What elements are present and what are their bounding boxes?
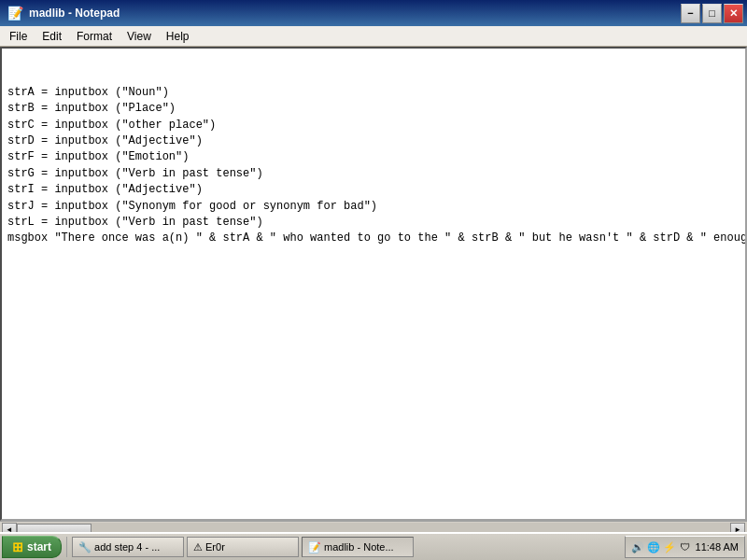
editor-line: strC = inputbox ("other place") [7, 118, 740, 133]
menu-help[interactable]: Help [159, 26, 197, 46]
editor-line: strA = inputbox ("Noun") [7, 85, 740, 101]
taskbar-divider [66, 537, 67, 557]
editor-line: strD = inputbox ("Adjective") [7, 133, 740, 149]
menu-edit[interactable]: Edit [35, 26, 69, 46]
taskbar-madlib-icon: 📝 [308, 541, 321, 553]
tray-icon-4: 🛡 [679, 540, 692, 553]
menu-view[interactable]: View [120, 26, 159, 46]
editor-line: msgbox "There once was a(n) " & strA & "… [7, 231, 740, 246]
tray-icon-2: 🌐 [647, 540, 660, 553]
taskbar-error-label: Er0r [205, 541, 225, 553]
window-title: madlib - Notepad [29, 7, 120, 20]
editor-content: strA = inputbox ("Noun")strB = inputbox … [2, 49, 745, 251]
editor-line: strJ = inputbox ("Synonym for good or sy… [7, 199, 740, 215]
tray-icon-1: 🔊 [631, 540, 644, 553]
system-clock: 11:48 AM [696, 541, 739, 553]
start-button[interactable]: ⊞ start [2, 536, 62, 558]
editor-line: strG = inputbox ("Verb in past tense") [7, 166, 740, 182]
menu-format[interactable]: Format [69, 26, 120, 46]
editor-line: strI = inputbox ("Adjective") [7, 182, 740, 198]
editor-area[interactable]: strA = inputbox ("Noun")strB = inputbox … [0, 47, 747, 521]
close-button[interactable]: ✕ [724, 4, 743, 23]
editor-line: strF = inputbox ("Emotion") [7, 149, 740, 165]
taskbar-error-icon: ⚠ [193, 541, 203, 553]
editor-line: strB = inputbox ("Place") [7, 101, 740, 117]
menu-bar: File Edit Format View Help [0, 26, 747, 47]
system-tray: 🔊 🌐 ⚡ 🛡 11:48 AM [625, 536, 745, 558]
tray-icons: 🔊 🌐 ⚡ 🛡 [631, 540, 692, 553]
taskbar-madlib[interactable]: 📝 madlib - Note... [302, 537, 414, 557]
taskbar-add-step-label: add step 4 - ... [94, 541, 160, 553]
taskbar: ⊞ start 🔧 add step 4 - ... ⚠ Er0r 📝 madl… [0, 532, 747, 560]
editor-line: strL = inputbox ("Verb in past tense") [7, 215, 740, 231]
start-label: start [27, 540, 51, 553]
tray-icon-3: ⚡ [663, 540, 676, 553]
notepad-window: 📝 madlib - Notepad − □ ✕ File Edit Forma… [0, 0, 747, 560]
maximize-button[interactable]: □ [702, 4, 722, 23]
title-bar-text: 📝 madlib - Notepad [7, 6, 120, 21]
title-buttons: − □ ✕ [681, 4, 743, 23]
start-icon: ⊞ [12, 539, 23, 554]
taskbar-add-step[interactable]: 🔧 add step 4 - ... [72, 537, 184, 557]
taskbar-error[interactable]: ⚠ Er0r [187, 537, 299, 557]
app-icon: 📝 [7, 6, 23, 21]
taskbar-madlib-label: madlib - Note... [324, 541, 394, 553]
minimize-button[interactable]: − [681, 4, 700, 23]
taskbar-add-step-icon: 🔧 [78, 541, 92, 553]
title-bar: 📝 madlib - Notepad − □ ✕ [0, 0, 747, 26]
menu-file[interactable]: File [2, 26, 35, 46]
